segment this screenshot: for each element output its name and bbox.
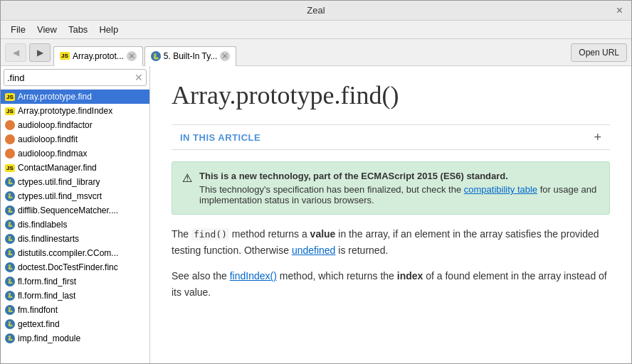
sidebar-item-gettext-find[interactable]: 🐍 gettext.find [1,317,149,331]
sidebar-item-text: fl.form.find_first [18,277,76,287]
sidebar-item-text: gettext.find [18,319,60,329]
orange-icon [5,149,15,159]
snake-icon: 🐍 [5,277,15,287]
snake-icon: 🐍 [5,234,15,244]
article-section-bar: IN THIS ARTICLE + [172,124,610,150]
sidebar-item-text: audioloop.findmax [18,149,87,159]
content-pane: Array.prototype.find() IN THIS ARTICLE +… [150,66,631,363]
p1-end: is returned. [335,245,388,256]
sidebar-item-doctest[interactable]: 🐍 doctest.DocTestFinder.finc [1,260,149,274]
tab-label-builtin: 5. Built-In Ty... [164,51,218,61]
window-title: Zeal [307,5,325,16]
sidebar-item-text: ctypes.util.find_library [18,177,100,187]
expand-button[interactable]: + [594,131,601,144]
tab-builtin-types[interactable]: 🐍 5. Built-In Ty... ✕ [144,46,237,66]
sidebar-item-fl-find-last[interactable]: 🐍 fl.form.find_last [1,289,149,303]
sidebar-item-dis-findlinestarts[interactable]: 🐍 dis.findlinestarts [1,232,149,246]
forward-button[interactable]: ▶ [29,43,51,62]
sidebar-item-text: Array.prototype.find [18,92,92,102]
menu-tabs[interactable]: Tabs [63,23,93,36]
warning-icon: ⚠ [182,171,192,185]
sidebar-item-text: Array.prototype.findIndex [18,106,112,116]
sidebar-item-text: dis.findlabels [18,220,67,230]
snake-icon: 🐍 [5,248,15,258]
sidebar-list: JS Array.prototype.find JS Array.prototy… [1,90,149,363]
orange-icon [5,134,15,144]
snake-icon: 🐍 [5,220,15,230]
p1-prefix: The [172,228,191,240]
paragraph2: See also the findIndex() method, which r… [172,268,610,300]
sidebar-item-fm-findfont[interactable]: 🐍 fm.findfont [1,303,149,317]
sidebar-item-text: fm.findfont [18,305,58,315]
snake-icon: 🐍 [5,305,15,315]
close-button[interactable]: × [613,4,626,18]
menubar: File View Tabs Help [1,21,631,39]
sidebar: ✕ JS Array.prototype.find JS Array.proto… [1,66,150,363]
sidebar-item-text: audioloop.findfactor [18,120,93,130]
sidebar-item-text: audioloop.findfit [18,134,78,144]
menu-help[interactable]: Help [93,23,124,36]
js-icon: JS [5,164,15,172]
tab-label-array-find: Array.protot... [73,51,124,61]
sidebar-item-text: distutils.ccompiler.CCom... [18,248,118,258]
sidebar-item-audioloop-findfit[interactable]: audioloop.findfit [1,132,149,146]
js-icon: JS [5,93,15,101]
js-icon: JS [5,107,15,115]
sidebar-item-dis-findlabels[interactable]: 🐍 dis.findlabels [1,218,149,232]
notice-body-prefix: This technology's specification has been… [199,184,464,195]
sidebar-item-text: imp.find_module [18,333,80,343]
sidebar-item-text: difflib.SequenceMatcher.... [18,205,118,215]
open-url-button[interactable]: Open URL [571,43,627,62]
sidebar-item-fl-find-first[interactable]: 🐍 fl.form.find_first [1,274,149,289]
titlebar: Zeal × [1,1,631,21]
tab-array-find[interactable]: JS Array.protot... ✕ [53,46,143,66]
tab-close-builtin[interactable]: ✕ [220,51,230,61]
sidebar-item-text: ContactManager.find [18,163,97,173]
sidebar-item-audioloop-findfactor[interactable]: audioloop.findfactor [1,118,149,132]
sidebar-search-container: ✕ [1,66,149,90]
tab-close-array-find[interactable]: ✕ [127,51,137,61]
sidebar-item-difflib[interactable]: 🐍 difflib.SequenceMatcher.... [1,203,149,218]
p2-prefix: See also the [172,270,230,282]
findindex-link[interactable]: findIndex() [230,270,277,282]
snake-icon: 🐍 [5,191,15,201]
snake-icon: 🐍 [5,177,15,187]
menu-view[interactable]: View [31,23,63,36]
sidebar-item-contactmanager-find[interactable]: JS ContactManager.find [1,161,149,175]
notice-box: ⚠ This is a new technology, part of the … [172,161,610,215]
sidebar-item-audioloop-findmax[interactable]: audioloop.findmax [1,146,149,161]
sidebar-item-array-findindex[interactable]: JS Array.prototype.findIndex [1,104,149,118]
find-code: find() [191,228,229,240]
back-button[interactable]: ◀ [5,43,26,62]
sidebar-item-distutils[interactable]: 🐍 distutils.ccompiler.CCom... [1,246,149,260]
search-clear-icon[interactable]: ✕ [135,72,143,83]
menu-file[interactable]: File [5,23,31,36]
notice-title: This is a new technology, part of the EC… [199,171,599,181]
sidebar-item-array-find[interactable]: JS Array.prototype.find [1,90,149,104]
main-area: ✕ JS Array.prototype.find JS Array.proto… [1,66,631,363]
sidebar-item-imp-find-module[interactable]: 🐍 imp.find_module [1,331,149,346]
page-title: Array.prototype.find() [172,80,610,110]
paragraph1: The find() method returns a value in the… [172,226,610,258]
sidebar-item-text: dis.findlinestarts [18,234,79,244]
snake-icon: 🐍 [5,205,15,215]
p2-bold: index [397,270,423,282]
compatibility-table-link[interactable]: compatibility table [464,184,537,195]
p1-bold: value [310,228,336,240]
snake-icon: 🐍 [5,291,15,301]
p1-middle: method returns a [229,228,310,240]
tab-js-icon: JS [60,52,70,60]
snake-icon: 🐍 [5,262,15,272]
snake-icon: 🐍 [5,319,15,329]
toolbar: ◀ ▶ JS Array.protot... ✕ 🐍 5. Built-In T… [1,39,631,66]
sidebar-item-text: doctest.DocTestFinder.finc [18,262,118,272]
sidebar-item-ctypes-msvcrt[interactable]: 🐍 ctypes.util.find_msvcrt [1,189,149,203]
notice-text: This is a new technology, part of the EC… [199,171,599,205]
in-this-article-label: IN THIS ARTICLE [180,132,260,143]
snake-icon: 🐍 [5,333,15,343]
search-input[interactable] [7,73,135,83]
orange-icon [5,120,15,130]
undefined-link[interactable]: undefined [292,245,336,256]
sidebar-item-text: ctypes.util.find_msvcrt [18,191,102,201]
sidebar-item-ctypes-library[interactable]: 🐍 ctypes.util.find_library [1,175,149,189]
